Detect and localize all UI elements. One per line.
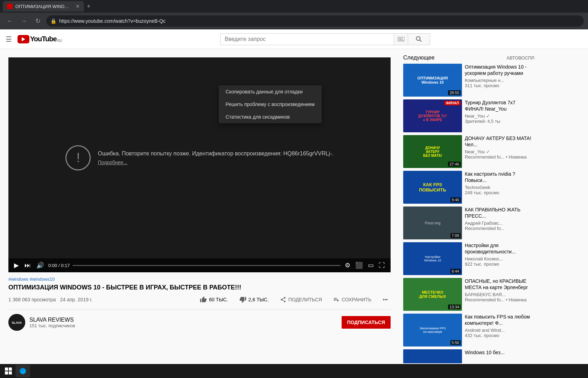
taskbar-browser-button[interactable]	[15, 365, 30, 377]
menu-icon[interactable]: ☰	[6, 35, 12, 43]
sidebar-channel: Андрей Грабовс...	[465, 220, 535, 226]
sidebar-channel: Near_You ✓	[465, 113, 535, 119]
video-controls: ▶ ⏭ 🔊 0:00 / 0:17 ⚙ ⬛ ▭ ⛶	[8, 258, 391, 272]
video-player[interactable]: ! Ошибка. Повторите попытку позже. Идент…	[8, 57, 391, 272]
svg-rect-7	[402, 38, 403, 39]
tab-title: ОПТИМИЗАЦИЯ WINDOWS 10	[15, 4, 71, 9]
error-text-block: Ошибка. Повторите попытку позже. Идентиф…	[98, 150, 333, 165]
sidebar-thumb: НастройкиWindows 10 8:44	[403, 242, 462, 275]
sidebar-video-title: Турнир Дуэлянтов 7x7 ФИНАЛ! Near_You	[465, 99, 535, 112]
thumb-duration: 7:09	[450, 233, 461, 238]
sidebar-views: Recommended fo... • Новинка	[465, 154, 535, 160]
tab-favicon	[7, 4, 13, 9]
context-menu-item-debug[interactable]: Скопировать данные для отладки	[219, 85, 322, 98]
fullscreen-button[interactable]: ⛶	[377, 260, 386, 271]
video-title: ОПТИМИЗАЦИЯ WINDOWS 10 - БЫСТРЕЕ В ИГРАХ…	[8, 284, 391, 291]
search-button[interactable]	[408, 33, 430, 45]
sidebar-item[interactable]: Увеличиваем FPSна максимум 5:50 Как повы…	[403, 314, 535, 346]
save-button[interactable]: СОХРАНИТЬ	[330, 294, 374, 305]
video-actions: 60 ТЫС. 2,6 ТЫС. ПОДЕЛИТЬС	[197, 294, 391, 305]
taskbar	[0, 364, 588, 378]
context-menu: Скопировать данные для отладки Решить пр…	[219, 85, 322, 123]
back-button[interactable]: ←	[4, 15, 15, 27]
error-title: Ошибка. Повторите попытку позже. Идентиф…	[98, 150, 333, 157]
channel-name[interactable]: SLAVA REVIEWS	[29, 317, 75, 323]
error-link[interactable]: Подробнее...	[98, 160, 333, 165]
sidebar-thumb: Увеличиваем FPSна максимум 5:50	[403, 314, 462, 346]
sidebar-views: Зрителей: 4,5 ты	[465, 119, 535, 124]
sidebar-item[interactable]: ОПТИМИЗАЦИЯWindows 10 28:55 Оптимизация …	[403, 64, 535, 97]
new-tab-button[interactable]: +	[87, 3, 91, 10]
sidebar-item[interactable]: КАК FPSПОВЫСИТЬ 9:40 Как настроить nvidi…	[403, 171, 535, 204]
sidebar-item[interactable]: ТУРНИРДУЭЛЯНТОВ 7x7● В ЭФИРЕ ФИНАЛ Турни…	[403, 99, 535, 132]
video-meta: 1 368 063 просмотра 24 апр. 2019 г. 60 Т…	[8, 294, 391, 305]
volume-button[interactable]: 🔊	[35, 260, 46, 271]
context-menu-item-stats[interactable]: Статистика для сисадминов	[219, 111, 322, 123]
address-bar[interactable]: 🔒 https://www.youtube.com/watch?v=buzoyn…	[46, 15, 584, 27]
forward-button[interactable]: →	[18, 15, 29, 27]
yt-logo[interactable]: YouTube RU	[18, 35, 62, 43]
more-button[interactable]: •••	[380, 295, 391, 304]
channel-info: SLAVA REVIEWS 151 тыс. подписчиков	[29, 317, 75, 328]
keyboard-icon[interactable]	[394, 33, 408, 45]
browser-tab[interactable]: ОПТИМИЗАЦИЯ WINDOWS 10 ✕	[3, 1, 84, 12]
sidebar-views: Recommended fo... • Новинка	[465, 297, 535, 302]
sidebar-info: Как настроить nvidia ? Повыси... TechnoG…	[465, 171, 535, 204]
play-button[interactable]: ▶	[13, 260, 20, 271]
sidebar-channel: Компьютерные н...	[465, 78, 535, 83]
yt-search-container	[220, 33, 430, 45]
sidebar-video-title: КАК ПРАВИЛЬНО ЖАТЬ ПРЕСС...	[465, 206, 535, 219]
sidebar-info: КАК ПРАВИЛЬНО ЖАТЬ ПРЕСС... Андрей Грабо…	[465, 206, 535, 239]
sidebar-thumb: ТУРНИРДУЭЛЯНТОВ 7x7● В ЭФИРЕ ФИНАЛ	[403, 99, 462, 132]
search-input[interactable]	[220, 33, 394, 45]
channel-avatar[interactable]: SLAVA	[8, 314, 25, 331]
theater-button[interactable]: ▭	[366, 260, 375, 271]
context-menu-item-fix[interactable]: Решить проблему с воспроизведением	[219, 98, 322, 111]
sidebar-thumb: МЕСТЕЧКОДЛЯ СМЕЛЫХ 13:34	[403, 278, 462, 311]
video-info: #windows #windows10 ОПТИМИЗАЦИЯ WINDOWS …	[8, 272, 391, 338]
yt-logo-text: YouTube	[30, 35, 57, 43]
yt-logo-ru: RU	[57, 39, 62, 43]
browser-chrome: ОПТИМИЗАЦИЯ WINDOWS 10 ✕ +	[0, 0, 588, 13]
sidebar-video-title: Настройки для производительности...	[465, 242, 535, 255]
yt-logo-icon	[18, 35, 29, 43]
like-button[interactable]: 60 ТЫС.	[197, 294, 231, 305]
yt-page-content: ! Ошибка. Повторите попытку позже. Идент…	[0, 49, 588, 378]
miniplayer-button[interactable]: ⬛	[354, 260, 364, 271]
svg-rect-1	[398, 37, 399, 38]
video-tags[interactable]: #windows #windows10	[8, 276, 391, 282]
settings-button[interactable]: ⚙	[343, 260, 352, 271]
sidebar-thumb: ОПТИМИЗАЦИЯWindows 10 28:55	[403, 64, 462, 97]
sidebar-item[interactable]: МЕСТЕЧКОДЛЯ СМЕЛЫХ 13:34 ОПАСНЫЕ, но КРА…	[403, 278, 535, 311]
sidebar-info: ОПАСНЫЕ, но КРАСИВЫЕ МЕСТА на карте Эрле…	[465, 278, 535, 311]
error-icon: !	[65, 145, 91, 170]
sidebar-item[interactable]: Windows 10 без...	[403, 349, 535, 363]
next-button[interactable]: ⏭	[23, 260, 32, 271]
upload-date: 24 апр. 2019 г.	[60, 297, 92, 302]
sidebar-info: Windows 10 без...	[465, 349, 535, 363]
share-button[interactable]: ПОДЕЛИТЬСЯ	[277, 294, 325, 305]
ctrl-right: ⚙ ⬛ ▭ ⛶	[343, 260, 386, 271]
sidebar-video-title: ДОНАЧУ АКТЕРУ БЕЗ МАТА! Чел...	[465, 135, 535, 148]
start-button[interactable]	[1, 364, 15, 378]
sidebar-item[interactable]: ДОНАЧУАКТЕРУБЕЗ МАТА! 27:46 ДОНАЧУ АКТЕР…	[403, 135, 535, 168]
sidebar-info: Настройки для производительности... Нико…	[465, 242, 535, 275]
tab-close-button[interactable]: ✕	[76, 4, 80, 9]
subscribe-button[interactable]: ПОДПИСАТЬСЯ	[342, 316, 391, 329]
youtube-page: ☰ YouTube RU	[0, 29, 588, 378]
sidebar-item[interactable]: НастройкиWindows 10 8:44 Настройки для п…	[403, 242, 535, 275]
dislike-button[interactable]: 2,6 ТЫС.	[237, 294, 272, 305]
thumb-duration: 5:50	[450, 340, 461, 345]
sidebar-item[interactable]: Press img 7:09 КАК ПРАВИЛЬНО ЖАТЬ ПРЕСС.…	[403, 206, 535, 239]
progress-bar[interactable]	[72, 265, 341, 266]
thumb-duration: 27:46	[448, 162, 461, 167]
sidebar-channel: Android and Wind...	[465, 328, 535, 333]
sidebar-video-title: Как настроить nvidia ? Повыси...	[465, 171, 535, 183]
sidebar-video-title: Windows 10 без...	[465, 349, 535, 356]
refresh-button[interactable]: ↻	[32, 15, 43, 27]
sidebar-views: 249 тыс. просмо	[465, 190, 535, 195]
sidebar-video-title: Оптимизация Windows 10 - ускоряем работу…	[465, 64, 535, 76]
url-text: https://www.youtube.com/watch?v=buzoyneB…	[59, 18, 166, 24]
sidebar-thumb	[403, 349, 462, 363]
thumb-duration: 8:44	[450, 269, 461, 274]
